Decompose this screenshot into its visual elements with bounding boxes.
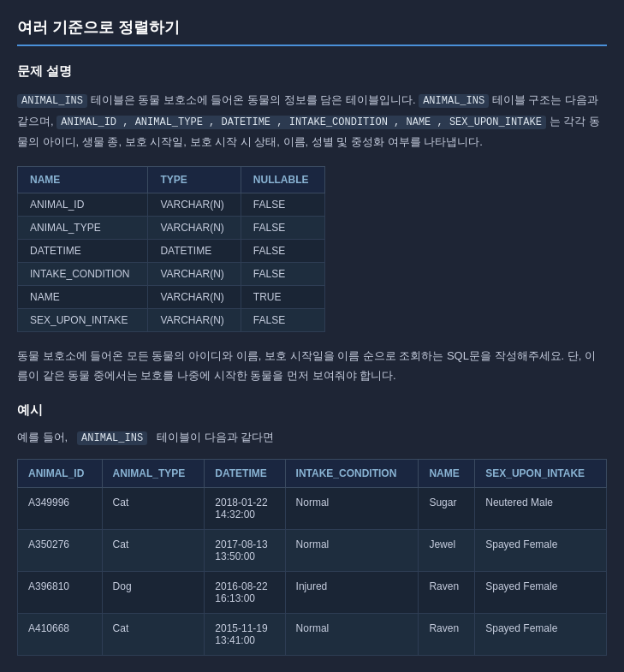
schema-cell-type: VARCHAR(N): [148, 262, 241, 285]
data-table-row: A350276Cat2017-08-13 13:50:00NormalJewel…: [18, 529, 607, 571]
code-animal-ins-example: ANIMAL_INS: [77, 431, 147, 445]
data-cell-animal_type: Cat: [102, 613, 205, 655]
data-col-animal_type: ANIMAL_TYPE: [102, 459, 205, 487]
problem-section-title: 문제 설명: [17, 63, 607, 80]
schema-cell-nullable: FALSE: [241, 216, 324, 239]
data-cell-datetime: 2016-08-22 16:13:00: [205, 571, 285, 613]
data-cell-animal_id: A410668: [18, 613, 103, 655]
schema-cell-name: ANIMAL_ID: [18, 193, 148, 216]
schema-cell-type: DATETIME: [148, 239, 241, 262]
code-columns: ANIMAL_ID , ANIMAL_TYPE , DATETIME , INT…: [56, 116, 546, 129]
data-table-row: A396810Dog2016-08-22 16:13:00InjuredRave…: [18, 571, 607, 613]
schema-cell-name: ANIMAL_TYPE: [18, 216, 148, 239]
schema-cell-nullable: TRUE: [241, 285, 324, 308]
data-cell-intake_condition: Injured: [285, 571, 419, 613]
schema-table: NAME TYPE NULLABLE ANIMAL_IDVARCHAR(N)FA…: [17, 166, 325, 332]
data-cell-name: Jewel: [419, 529, 475, 571]
schema-cell-name: NAME: [18, 285, 148, 308]
data-cell-name: Raven: [419, 571, 475, 613]
query-description: 동물 보호소에 들어온 모든 동물의 아이디와 이름, 보호 시작일을 이름 순…: [17, 346, 607, 386]
data-cell-animal_id: A350276: [18, 529, 103, 571]
desc-text-1: 테이블은 동물 보호소에 들어온 동물의 정보를 담은 테이블입니다.: [91, 93, 419, 106]
schema-cell-name: DATETIME: [18, 239, 148, 262]
data-cell-intake_condition: Normal: [285, 613, 419, 655]
schema-cell-nullable: FALSE: [241, 308, 324, 331]
data-cell-animal_id: A349996: [18, 487, 103, 529]
schema-table-row: DATETIMEDATETIMEFALSE: [18, 239, 325, 262]
data-cell-datetime: 2017-08-13 13:50:00: [205, 529, 285, 571]
data-col-name: NAME: [419, 459, 475, 487]
data-cell-name: Sugar: [419, 487, 475, 529]
schema-col-nullable: NULLABLE: [241, 166, 324, 193]
data-cell-sex_upon_intake: Spayed Female: [475, 613, 607, 655]
schema-cell-nullable: FALSE: [241, 262, 324, 285]
schema-cell-type: VARCHAR(N): [148, 193, 241, 216]
data-col-sex_upon_intake: SEX_UPON_INTAKE: [475, 459, 607, 487]
data-cell-intake_condition: Normal: [285, 487, 419, 529]
schema-cell-type: VARCHAR(N): [148, 216, 241, 239]
schema-table-row: ANIMAL_IDVARCHAR(N)FALSE: [18, 193, 325, 216]
data-cell-animal_type: Cat: [102, 487, 205, 529]
example-section-title: 예시: [17, 402, 607, 419]
data-cell-name: Raven: [419, 613, 475, 655]
data-col-animal_id: ANIMAL_ID: [18, 459, 103, 487]
schema-table-row: SEX_UPON_INTAKEVARCHAR(N)FALSE: [18, 308, 325, 331]
data-table-row: A349996Cat2018-01-22 14:32:00NormalSugar…: [18, 487, 607, 529]
example-desc-prefix: 예를 들어,: [17, 431, 68, 443]
data-table-row: A410668Cat2015-11-19 13:41:00NormalRaven…: [18, 613, 607, 655]
page-title: 여러 기준으로 정렬하기: [17, 17, 607, 46]
data-cell-animal_type: Cat: [102, 529, 205, 571]
schema-col-name: NAME: [18, 166, 148, 193]
data-table: ANIMAL_IDANIMAL_TYPEDATETIMEINTAKE_CONDI…: [17, 459, 607, 656]
example-desc-suffix: 테이블이 다음과 같다면: [157, 431, 274, 443]
data-cell-animal_type: Dog: [102, 571, 205, 613]
data-cell-datetime: 2018-01-22 14:32:00: [205, 487, 285, 529]
data-col-intake_condition: INTAKE_CONDITION: [285, 459, 419, 487]
data-col-datetime: DATETIME: [205, 459, 285, 487]
data-cell-animal_id: A396810: [18, 571, 103, 613]
schema-table-row: ANIMAL_TYPEVARCHAR(N)FALSE: [18, 216, 325, 239]
schema-cell-name: SEX_UPON_INTAKE: [18, 308, 148, 331]
data-cell-sex_upon_intake: Neutered Male: [475, 487, 607, 529]
schema-table-row: NAMEVARCHAR(N)TRUE: [18, 285, 325, 308]
code-animal-ins-1: ANIMAL_INS: [17, 94, 87, 108]
code-animal-ins-2: ANIMAL_INS: [419, 94, 489, 108]
data-cell-intake_condition: Normal: [285, 529, 419, 571]
data-cell-sex_upon_intake: Spayed Female: [475, 571, 607, 613]
data-cell-sex_upon_intake: Spayed Female: [475, 529, 607, 571]
schema-col-type: TYPE: [148, 166, 241, 193]
schema-cell-nullable: FALSE: [241, 193, 324, 216]
data-cell-datetime: 2015-11-19 13:41:00: [205, 613, 285, 655]
schema-cell-type: VARCHAR(N): [148, 285, 241, 308]
description-block: ANIMAL_INS 테이블은 동물 보호소에 들어온 동물의 정보를 담은 테…: [17, 90, 607, 152]
schema-table-row: INTAKE_CONDITIONVARCHAR(N)FALSE: [18, 262, 325, 285]
schema-cell-type: VARCHAR(N): [148, 308, 241, 331]
schema-cell-name: INTAKE_CONDITION: [18, 262, 148, 285]
example-description: 예를 들어, ANIMAL_INS 테이블이 다음과 같다면: [17, 427, 607, 449]
schema-cell-nullable: FALSE: [241, 239, 324, 262]
